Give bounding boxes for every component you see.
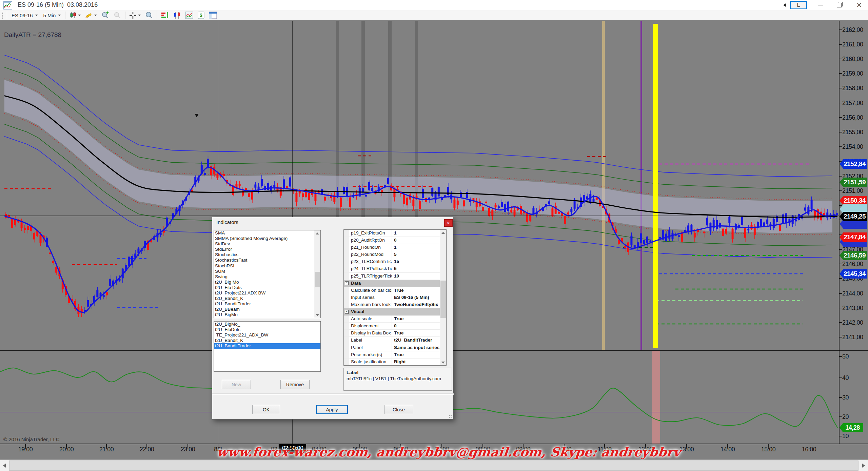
property-value[interactable]: 0 (392, 237, 446, 244)
resize-grip[interactable] (449, 415, 452, 418)
property-section-row[interactable]: −Data (344, 280, 446, 287)
list-item[interactable]: StdError (214, 247, 320, 252)
list-item[interactable]: SUM (214, 269, 320, 274)
scroll-up-icon[interactable] (314, 230, 320, 236)
grid-scrollbar[interactable] (440, 230, 446, 365)
property-section-row[interactable]: −Visual (344, 308, 446, 315)
property-row[interactable]: p21_RoundOn1 (344, 244, 446, 251)
property-row[interactable]: Input seriesES 09-16 (5 Min) (344, 294, 446, 301)
scroll-up-icon[interactable] (440, 230, 446, 236)
property-row[interactable]: Calculate on bar closeTrue (344, 287, 446, 294)
property-row[interactable]: Labelt2U_BanditTrader (344, 337, 446, 344)
scrollbar-thumb[interactable] (440, 281, 446, 318)
property-value[interactable]: ES 09-16 (5 Min) (392, 294, 446, 301)
chart-trader-button[interactable] (171, 11, 183, 20)
property-value[interactable]: 15 (392, 258, 446, 265)
link-button[interactable]: L (790, 1, 807, 9)
scroll-right-arrow-icon[interactable] (859, 460, 868, 471)
list-item[interactable]: StochRSI (214, 263, 320, 269)
ok-button[interactable]: OK (252, 405, 280, 414)
list-item[interactable]: t2U_FibDots_ (214, 327, 320, 332)
property-row[interactable]: Display in Data BoxTrue (344, 330, 446, 337)
property-value[interactable]: Right (392, 359, 446, 365)
list-scrollbar[interactable] (314, 230, 320, 318)
list-item[interactable]: t2U Big Mo (214, 280, 320, 285)
property-row[interactable]: p22_RoundMod5 (344, 251, 446, 258)
data-box-button[interactable] (143, 11, 155, 20)
list-item[interactable]: t2U Project221 ADX BW (214, 290, 320, 296)
restore-button[interactable] (832, 1, 846, 9)
property-value[interactable]: TwoHundredFiftySix (392, 301, 446, 308)
property-row[interactable]: Scale justificationRight (344, 359, 446, 366)
list-item[interactable]: t2U Fib Dots (214, 285, 320, 290)
property-value[interactable]: 5 (392, 251, 446, 258)
property-row[interactable]: p25_TLRTriggerTick10 (344, 273, 446, 280)
indicators-button[interactable] (183, 11, 195, 20)
property-row[interactable]: Maximum bars look backTwoHundredFiftySix (344, 301, 446, 308)
apply-button[interactable]: Apply (316, 405, 348, 414)
property-row[interactable]: Displacement0 (344, 323, 446, 330)
close-window-button[interactable]: ✕ (852, 1, 867, 9)
interval-dropdown[interactable]: 5 Min (41, 12, 64, 19)
list-item[interactable]: StdDev (214, 241, 320, 247)
property-value[interactable]: 10 (392, 273, 446, 280)
list-item[interactable]: SMA (214, 230, 320, 236)
property-row[interactable]: p19_ExitPlotsOn1 (344, 230, 446, 237)
zoom-in-button[interactable] (99, 11, 111, 20)
strategies-button[interactable]: $ (195, 11, 207, 20)
scroll-left-arrow-icon[interactable] (0, 460, 9, 471)
configured-indicators-list[interactable]: t2U_BigMo_t2U_FibDots_ TE_Project221_ADX… (214, 321, 321, 372)
scrollbar-thumb[interactable] (315, 272, 320, 287)
minimize-button[interactable] (814, 1, 827, 9)
property-row[interactable]: PanelSame as input series (344, 344, 446, 351)
property-value[interactable]: t2U_BanditTrader (392, 337, 446, 344)
chart-style-button[interactable] (67, 11, 83, 20)
remove-button[interactable]: Remove (280, 380, 310, 389)
collapse-gutter[interactable]: − (344, 280, 349, 287)
property-value[interactable]: 1 (392, 244, 446, 251)
scroll-down-icon[interactable] (440, 360, 446, 365)
toolbar-grip[interactable] (1, 12, 3, 19)
property-row[interactable]: Price marker(s)True (344, 351, 446, 359)
list-item[interactable]: TE_Project221_ADX_BW (214, 332, 320, 338)
dock-arrow-icon[interactable] (781, 1, 788, 9)
close-button[interactable]: Close (384, 405, 413, 414)
property-grid[interactable]: p19_ExitPlotsOn1p20_AuditRptOn0p21_Round… (343, 229, 447, 366)
property-row[interactable]: p20_AuditRptOn0 (344, 237, 446, 244)
collapse-icon[interactable]: − (345, 310, 349, 314)
list-item[interactable]: t2U_BanditTrader (214, 343, 320, 349)
property-value[interactable]: 5 (392, 265, 446, 272)
cursor-mode-button[interactable] (127, 11, 143, 20)
collapse-gutter[interactable]: − (344, 308, 349, 315)
drawing-tools-button[interactable] (83, 11, 99, 20)
scrollbar-thumb[interactable] (9, 460, 859, 471)
list-item[interactable]: t2U_Bandit_K (214, 296, 320, 301)
list-item[interactable]: SMMA (Smoothed Moving Average) (214, 236, 320, 241)
property-value[interactable]: True (392, 315, 446, 322)
list-item[interactable]: StochasticsFast (214, 258, 320, 263)
property-value[interactable]: 0 (392, 323, 446, 329)
property-value[interactable]: Same as input series (392, 344, 446, 351)
list-item[interactable]: t2U_BanditTrader (214, 301, 320, 307)
available-indicators-list[interactable]: SMASMMA (Smoothed Moving Average)StdDevS… (214, 230, 321, 318)
instrument-dropdown[interactable]: ES 09-16 (9, 12, 41, 19)
list-item[interactable]: t2U_BigMo_ (214, 322, 320, 327)
dialog-close-button[interactable]: ✕ (444, 219, 453, 227)
collapse-icon[interactable]: − (345, 281, 349, 285)
list-item[interactable]: Swing (214, 274, 320, 280)
scroll-down-icon[interactable] (314, 312, 320, 318)
list-item[interactable]: t2U_BBeam (214, 307, 320, 312)
list-item[interactable]: t2U_BigMo (214, 312, 320, 318)
property-value[interactable]: 1 (392, 230, 446, 237)
property-row[interactable]: p24_TLRPullbackTick5 (344, 265, 446, 272)
properties-button[interactable] (207, 11, 219, 20)
list-item[interactable]: t2U_Bandit_K (214, 338, 320, 343)
property-row[interactable]: p23_TLRConfirmTick15 (344, 258, 446, 265)
property-row[interactable]: Auto scaleTrue (344, 315, 446, 323)
property-value[interactable]: True (392, 287, 446, 294)
market-depth-button[interactable] (159, 11, 171, 20)
list-item[interactable]: Stochastics (214, 252, 320, 258)
property-value[interactable]: True (392, 351, 446, 358)
property-value[interactable]: True (392, 330, 446, 336)
horizontal-scrollbar[interactable] (0, 459, 868, 471)
